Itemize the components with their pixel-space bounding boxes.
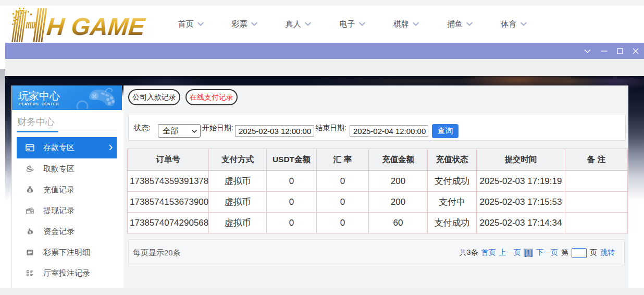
svg-text:H GAME: H GAME [46,13,147,40]
